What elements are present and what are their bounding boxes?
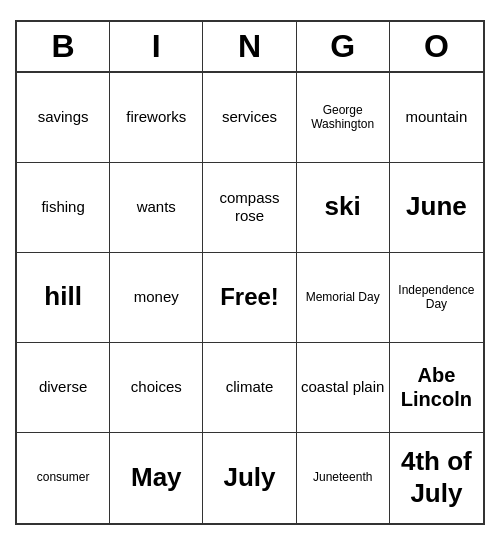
cell-r3-c0: diverse: [17, 343, 110, 433]
header-letter: B: [17, 22, 110, 71]
cell-r3-c1: choices: [110, 343, 203, 433]
cell-r4-c3: Juneteenth: [297, 433, 390, 523]
cell-r0-c1: fireworks: [110, 73, 203, 163]
header-letter: N: [203, 22, 296, 71]
cell-r4-c2: July: [203, 433, 296, 523]
cell-r2-c0: hill: [17, 253, 110, 343]
bingo-grid: savingsfireworksservicesGeorge Washingto…: [17, 73, 483, 523]
cell-r1-c3: ski: [297, 163, 390, 253]
cell-r2-c2: Free!: [203, 253, 296, 343]
cell-r3-c3: coastal plain: [297, 343, 390, 433]
cell-r2-c3: Memorial Day: [297, 253, 390, 343]
cell-r4-c1: May: [110, 433, 203, 523]
header-letter: O: [390, 22, 483, 71]
cell-r4-c4: 4th of July: [390, 433, 483, 523]
cell-r0-c2: services: [203, 73, 296, 163]
cell-r1-c0: fishing: [17, 163, 110, 253]
cell-r1-c4: June: [390, 163, 483, 253]
header-letter: I: [110, 22, 203, 71]
header-letter: G: [297, 22, 390, 71]
cell-r2-c4: Independence Day: [390, 253, 483, 343]
cell-r1-c2: compass rose: [203, 163, 296, 253]
cell-r0-c3: George Washington: [297, 73, 390, 163]
cell-r0-c4: mountain: [390, 73, 483, 163]
cell-r4-c0: consumer: [17, 433, 110, 523]
cell-r3-c2: climate: [203, 343, 296, 433]
cell-r3-c4: Abe Lincoln: [390, 343, 483, 433]
cell-r0-c0: savings: [17, 73, 110, 163]
cell-r1-c1: wants: [110, 163, 203, 253]
cell-r2-c1: money: [110, 253, 203, 343]
bingo-header: BINGO: [17, 22, 483, 73]
bingo-card: BINGO savingsfireworksservicesGeorge Was…: [15, 20, 485, 525]
